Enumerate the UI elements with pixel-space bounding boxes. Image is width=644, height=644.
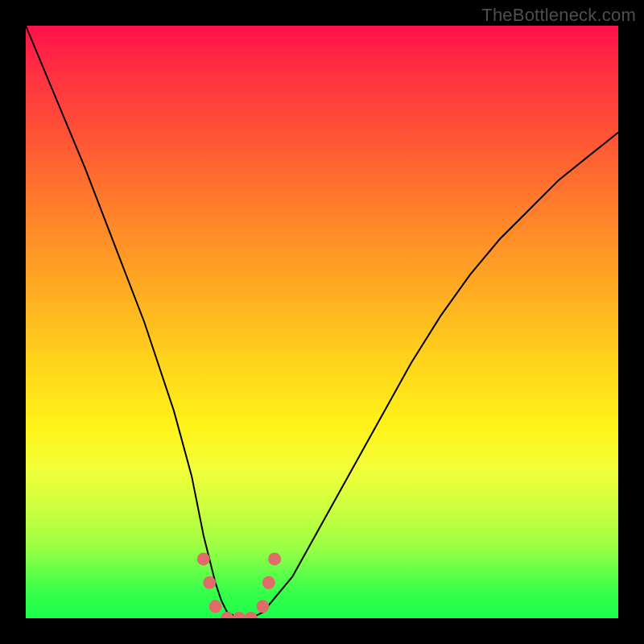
- curve-marker: [221, 612, 233, 618]
- curve-marker: [268, 552, 281, 565]
- watermark-text: TheBottleneck.com: [481, 5, 636, 26]
- curve-marker: [197, 552, 210, 565]
- curve-marker: [209, 600, 222, 613]
- bottleneck-curve: [26, 26, 618, 618]
- curve-marker: [245, 612, 258, 618]
- curve-svg: [26, 26, 618, 618]
- curve-marker: [233, 612, 246, 618]
- curve-marker: [256, 600, 269, 613]
- chart-frame: TheBottleneck.com: [0, 0, 644, 644]
- curve-marker: [203, 576, 216, 589]
- plot-area: [26, 26, 618, 618]
- curve-marker: [262, 576, 275, 589]
